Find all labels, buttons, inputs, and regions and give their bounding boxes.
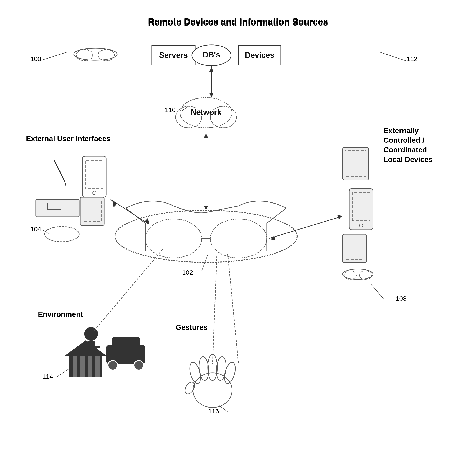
hand-gesture-icon: [183, 354, 237, 408]
svg-point-29: [93, 191, 96, 195]
keyboard-icon: [36, 200, 79, 217]
svg-point-70: [198, 356, 209, 381]
svg-rect-41: [345, 151, 366, 177]
svg-line-6: [267, 208, 286, 223]
svg-rect-16: [238, 46, 281, 65]
svg-point-68: [193, 373, 232, 408]
svg-line-84: [56, 369, 69, 377]
svg-rect-12: [152, 46, 195, 65]
svg-point-47: [343, 269, 373, 279]
svg-text:DB's: DB's: [203, 50, 220, 59]
svg-rect-66: [88, 355, 92, 377]
svg-line-50: [269, 217, 340, 238]
diagram-svg: Network Servers DB's Devices: [0, 0, 476, 470]
svg-point-53: [85, 327, 98, 340]
svg-line-77: [228, 254, 238, 364]
network-cloud: Network: [176, 98, 236, 128]
svg-rect-34: [80, 197, 104, 225]
ref-102: 102: [182, 269, 193, 276]
svg-line-76: [213, 256, 217, 364]
ref-108: 108: [396, 295, 407, 302]
environment-label: Environment: [38, 310, 83, 319]
headset-right-icon: [343, 269, 373, 279]
svg-point-74: [183, 381, 196, 396]
svg-text:Devices: Devices: [245, 51, 274, 60]
svg-rect-67: [95, 355, 100, 377]
svg-rect-46: [345, 237, 364, 259]
svg-line-31: [65, 182, 66, 186]
headset-small-icon: [74, 48, 117, 61]
svg-point-60: [108, 361, 118, 370]
svg-line-57: [93, 359, 97, 371]
svg-rect-62: [69, 353, 102, 377]
svg-rect-42: [349, 189, 373, 230]
svg-rect-35: [83, 200, 102, 221]
svg-rect-40: [343, 147, 369, 180]
svg-line-85: [219, 405, 228, 412]
svg-rect-28: [86, 160, 103, 189]
svg-rect-33: [48, 203, 61, 210]
ref-114: 114: [42, 373, 53, 380]
car-icon: [106, 337, 145, 370]
svg-marker-38: [144, 218, 149, 225]
ref-116: 116: [208, 408, 219, 415]
smartphone-right-icon: [349, 189, 373, 230]
ref-100: 100: [30, 55, 41, 63]
svg-marker-23: [209, 67, 214, 72]
svg-marker-22: [209, 93, 214, 98]
externally-controlled-label: Externally Controlled / Coordinated Loca…: [383, 126, 433, 164]
ref-112: 112: [407, 55, 417, 63]
svg-rect-43: [352, 193, 370, 221]
svg-rect-65: [80, 355, 85, 377]
svg-point-36: [44, 227, 79, 242]
svg-point-19: [76, 50, 93, 61]
svg-line-37: [111, 200, 148, 223]
svg-marker-26: [204, 133, 208, 138]
svg-point-0: [115, 210, 297, 262]
svg-point-8: [180, 98, 232, 128]
svg-point-61: [134, 361, 144, 370]
svg-point-48: [344, 271, 356, 279]
svg-point-44: [359, 224, 363, 227]
svg-point-73: [222, 361, 237, 385]
svg-point-49: [359, 271, 372, 279]
svg-marker-52: [271, 236, 275, 240]
svg-point-9: [176, 106, 202, 128]
svg-point-20: [98, 50, 115, 61]
svg-point-1: [145, 219, 202, 258]
ar-glasses-icon: [115, 201, 297, 262]
svg-line-75: [93, 249, 163, 332]
svg-marker-39: [112, 201, 117, 207]
svg-rect-58: [106, 345, 145, 364]
svg-marker-25: [204, 205, 208, 210]
svg-line-78: [40, 52, 67, 61]
tablet-right-2-icon: [343, 234, 367, 262]
svg-point-71: [208, 354, 217, 381]
svg-point-69: [188, 361, 203, 385]
svg-point-2: [210, 219, 267, 258]
svg-text:Network: Network: [191, 108, 222, 117]
svg-rect-27: [82, 156, 106, 197]
svg-line-82: [42, 230, 50, 234]
svg-rect-59: [112, 337, 140, 350]
ref-110: 110: [165, 106, 176, 114]
svg-line-30: [54, 160, 65, 182]
diagram-title: Remote Devices and Information Sources: [148, 16, 328, 27]
svg-rect-32: [36, 200, 79, 217]
svg-point-14: [192, 45, 231, 66]
tablet-right-1-icon: [343, 147, 369, 180]
person-icon: [82, 327, 100, 371]
svg-line-80: [182, 106, 189, 111]
pill-icon: [44, 227, 79, 242]
svg-point-18: [74, 48, 117, 60]
svg-text:Servers: Servers: [159, 51, 188, 60]
svg-line-79: [379, 52, 406, 61]
ref-104: 104: [30, 225, 41, 233]
svg-line-81: [202, 254, 208, 271]
svg-rect-45: [343, 234, 367, 262]
diagram-container: Remote Devices and Information Sources: [0, 0, 476, 470]
building-icon: [65, 340, 106, 377]
svg-rect-54: [87, 341, 95, 359]
external-user-interfaces-label: External User Interfaces: [26, 134, 110, 143]
svg-rect-64: [73, 355, 77, 377]
